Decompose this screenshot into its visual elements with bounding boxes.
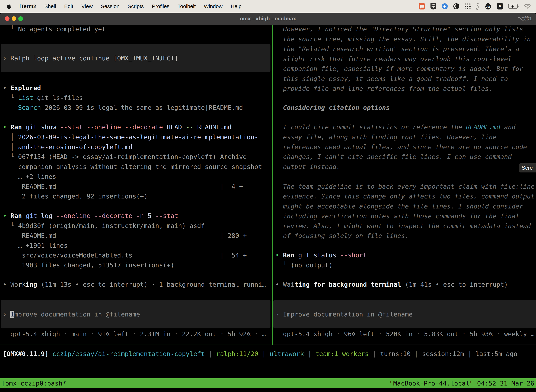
git-show-more: … +2 lines [3,172,272,182]
thinking-line: changes, I can't cite specific file line… [275,152,536,162]
git-show-summary: 2 files changed, 92 insertions(+) [3,191,272,201]
screen-overlay-tooltip[interactable]: Scre [519,163,536,173]
window-title-bar: omx --xhigh --madmax ⌥⌘1 [0,13,536,25]
model-status-line: gpt-5.4 xhigh · 96% left · 520K in · 5.8… [275,329,536,339]
explored-header: • Explored [3,83,272,93]
tmux-status-bar: [omx-cczip0:bash* "MacBook-Pro-44.local"… [0,378,536,388]
menu-item-profiles[interactable]: Profiles [152,3,169,9]
gauge-61-icon[interactable]: ..61 [485,3,492,10]
git-log-commit: └ 4b9d30f (origin/main, instructkr/main,… [3,221,272,231]
thinking-line: including verification notes with those … [275,211,536,221]
model-status-line: gpt-5.4 xhigh · main · 91% left · 2.31M … [3,329,272,339]
ran-git-log: • Ran git log --oneline --decorate -n 5 … [3,211,272,221]
ralph-loop-prompt: › Ralph loop active continue [OMX_TMUX_I… [3,53,272,63]
gauge-61-label: ..61 [486,5,490,8]
pane-divider-vertical[interactable] [272,25,273,345]
thinking-line: the source tree, missing the essay. Stil… [275,34,536,44]
git-show-file-1: │ 2026-03-09-is-legal-the-same-as-legiti… [3,132,272,142]
ran-git-show: • Ran git show --stat --oneline --decora… [3,122,272,132]
terminal-content: └ No agents completed yet› Ralph loop ac… [0,25,536,378]
thinking-line: I could cite commit statistics or refere… [275,122,536,132]
git-status-output: └ (no output) [275,260,536,270]
thinking-line: might be acceptable alongside the file l… [275,201,536,211]
pane-border-bottom-inactive [273,345,536,345]
chat-bubble-icon[interactable] [419,3,425,10]
menu-items: iTerm2ShellEditViewSessionScriptsProfile… [0,3,241,9]
git-show-commit: └ 067f154 (HEAD -> essay/ai-reimplementa… [3,152,272,162]
git-show-commit-2: companion analysis without altering the … [3,162,272,172]
omx-status-line: [OMX#0.11.9] cczip/essay/ai-reimplementa… [3,349,517,359]
keypad-icon[interactable] [430,3,436,10]
thinking-line: provide file and line references from th… [275,84,536,93]
menu-item-view[interactable]: View [81,3,93,9]
thinking-line: output instead. [275,162,536,172]
pane-border-bottom-active [0,345,273,345]
waiting-status: • Waiting for background terminal (1m 41… [275,280,536,289]
git-show-file-2: │ and-the-erosion-of-copyleft.md [3,142,272,152]
git-log-stat-1: README.md | 280 + [3,231,272,241]
input-source-icon[interactable]: A [497,3,503,10]
ran-git-status: • Ran git status --short [275,250,536,260]
explored-search: Search 2026-03-09-is-legal-the-same-as-l… [3,103,272,112]
thinking-line: essay file, along with finding root file… [275,132,536,142]
menu-item-shell[interactable]: Shell [44,3,56,9]
git-log-summary: 1903 files changed, 513517 insertions(+) [3,260,272,270]
thinking-line: slight risk that future readers may over… [275,54,536,64]
thinking-line: The team guideline is to back every impo… [275,182,536,191]
git-show-stat: README.md | 4 + [3,182,272,191]
svg-text:A: A [498,4,502,9]
menu-item-edit[interactable]: Edit [64,3,73,9]
window-title: omx --xhigh --madmax [0,13,536,25]
left-agent-pane[interactable]: └ No agents completed yet› Ralph loop ac… [0,25,272,345]
git-log-more: … +1901 lines [3,240,272,250]
battery-icon[interactable] [508,4,519,9]
menu-item-scripts[interactable]: Scripts [128,3,144,9]
thinking-line: the "Related research writing" section i… [275,44,536,54]
input-placeholder: › Improve documentation in @filename [3,309,272,319]
menu-item-help[interactable]: Help [231,3,242,9]
right-agent-pane[interactable]: However, I noticed the "Directory Struct… [273,25,536,345]
thinking-line: of focusing solely on file lines. [275,231,536,241]
thinking-line: references need actual files, and since … [275,142,536,152]
menu-status-icons: ..61 A [419,3,536,10]
menu-item-toolbelt[interactable]: Toolbelt [178,3,196,9]
menu-item-session[interactable]: Session [101,3,120,9]
crescent-badge-icon[interactable] [453,3,460,10]
thinking-line: companion file, especially if more comme… [275,64,536,74]
thinking-line: evidence. Since this change only affects… [275,191,536,201]
working-status: • Working (11m 13s • esc to interrupt) ·… [3,280,272,289]
apple-menu-icon[interactable] [7,4,11,9]
wifi-icon[interactable] [524,4,531,9]
input-placeholder: › Improve documentation in @filename [275,309,536,319]
menu-item-window[interactable]: Window [204,3,223,9]
explored-list: └ List git ls-files [3,93,272,103]
tmux-host-clock: "MacBook-Pro-44.local" 04:52 31-Mar-26 [389,378,534,388]
agents-status-line: └ No agents completed yet [3,25,272,34]
thinking-line: However, I noticed the "Directory Struct… [275,25,536,34]
thinking-line: this single essay, it seems like a good … [275,74,536,84]
squiggle-icon[interactable] [475,3,480,10]
thinking-line: review. Also, I might want to inspect th… [275,221,536,231]
menu-bar: iTerm2ShellEditViewSessionScriptsProfile… [0,0,536,13]
dots-grid-icon[interactable] [464,3,471,9]
bolt-badge-icon[interactable] [441,3,448,10]
window-shortcut-badge: ⌥⌘1 [518,13,532,25]
screen: iTerm2ShellEditViewSessionScriptsProfile… [0,0,536,392]
thinking-heading: Considering citation options [275,103,536,112]
menu-item-iterm2[interactable]: iTerm2 [19,3,36,9]
git-log-stat-2: src/voice/voiceModeEnabled.ts | 54 + [3,250,272,260]
tmux-session-window[interactable]: [omx-cczip0:bash* [1,378,66,388]
